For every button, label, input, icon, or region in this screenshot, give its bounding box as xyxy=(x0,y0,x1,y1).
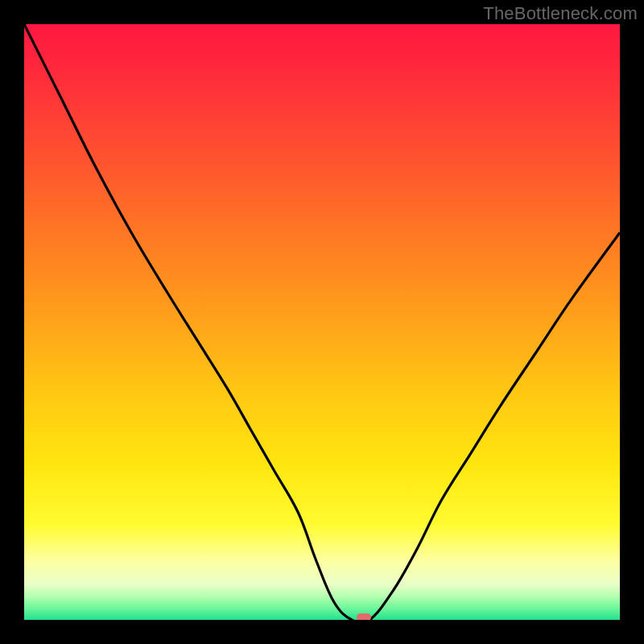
watermark-text: TheBottleneck.com xyxy=(483,3,638,24)
bottleneck-curve-path xyxy=(24,24,620,620)
bottleneck-curve xyxy=(24,24,620,620)
optimal-point-marker xyxy=(357,613,371,620)
chart-frame: TheBottleneck.com xyxy=(0,0,644,644)
plot-area xyxy=(24,24,620,620)
